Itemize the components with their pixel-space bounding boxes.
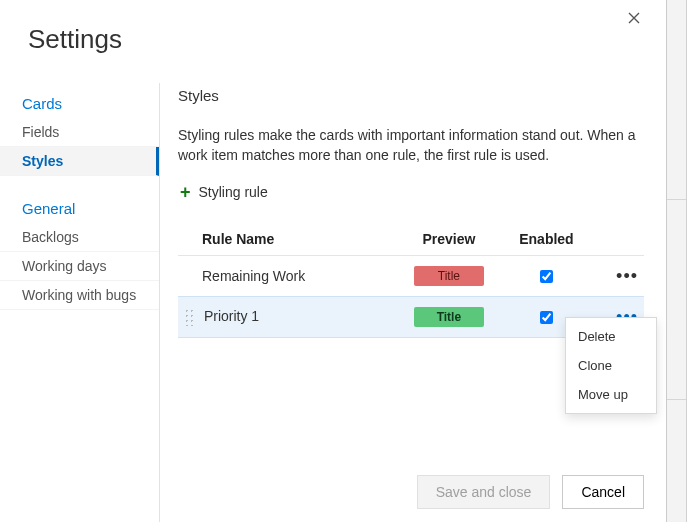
add-rule-label: Styling rule — [199, 184, 268, 200]
table-row[interactable]: Remaining Work Title ••• — [178, 256, 644, 297]
dialog-title: Settings — [0, 0, 666, 55]
add-styling-rule-button[interactable]: + Styling rule — [178, 179, 270, 205]
more-actions-icon[interactable]: ••• — [616, 267, 638, 285]
content-description: Styling rules make the cards with import… — [178, 126, 644, 165]
context-menu: Delete Clone Move up — [565, 317, 657, 414]
dialog-footer: Save and close Cancel — [417, 475, 644, 509]
preview-pill: Title — [414, 307, 484, 327]
column-preview: Preview — [395, 223, 503, 256]
sidebar-item-styles[interactable]: Styles — [0, 147, 159, 176]
sidebar-group-general[interactable]: General — [0, 194, 159, 223]
sidebar-item-backlogs[interactable]: Backlogs — [0, 223, 159, 252]
enabled-checkbox[interactable] — [540, 270, 553, 283]
menu-item-delete[interactable]: Delete — [566, 322, 656, 351]
content-pane: Styles Styling rules make the cards with… — [160, 83, 666, 522]
enabled-checkbox[interactable] — [540, 311, 553, 324]
cancel-button[interactable]: Cancel — [562, 475, 644, 509]
save-button[interactable]: Save and close — [417, 475, 551, 509]
plus-icon: + — [180, 183, 191, 201]
sidebar-item-working-with-bugs[interactable]: Working with bugs — [0, 281, 159, 310]
drag-handle-icon[interactable] — [184, 308, 194, 326]
column-enabled: Enabled — [503, 223, 590, 256]
preview-pill: Title — [414, 266, 484, 286]
menu-item-clone[interactable]: Clone — [566, 351, 656, 380]
sidebar: Cards Fields Styles General Backlogs Wor… — [0, 83, 160, 522]
sidebar-group-cards[interactable]: Cards — [0, 89, 159, 118]
menu-item-move-up[interactable]: Move up — [566, 380, 656, 409]
sidebar-item-fields[interactable]: Fields — [0, 118, 159, 147]
rule-name: Remaining Work — [202, 268, 305, 284]
sidebar-item-working-days[interactable]: Working days — [0, 252, 159, 281]
settings-dialog: Settings Cards Fields Styles General Bac… — [0, 0, 667, 522]
content-heading: Styles — [178, 87, 644, 104]
background-strip — [667, 0, 687, 522]
column-rule-name: Rule Name — [178, 223, 395, 256]
close-icon[interactable] — [626, 10, 646, 30]
rule-name: Priority 1 — [204, 308, 259, 324]
